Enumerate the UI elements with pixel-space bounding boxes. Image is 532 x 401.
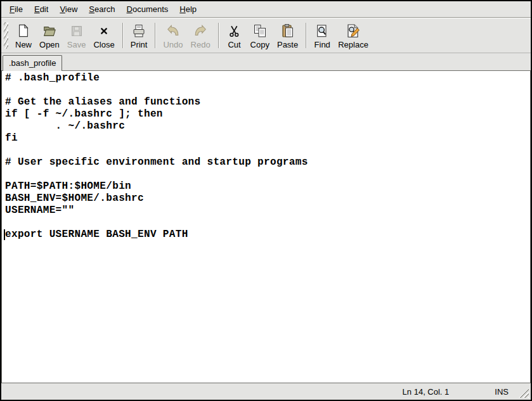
toolbar-drag-handle[interactable] [4,22,8,49]
toolbar-button-label: Copy [250,40,269,49]
insert-mode-indicator: INS [495,387,509,397]
toolbar-separator [306,23,306,48]
menu-item-documents[interactable]: Documents [121,2,174,16]
copy-pages-icon [252,22,268,39]
code-line: export USERNAME BASH_ENV PATH [5,229,530,241]
menu-item-file[interactable]: File [4,2,29,16]
code-line: PATH=$PATH:$HOME/bin [5,181,530,193]
editor-text-area[interactable]: # .bash_profile# Get the aliases and fun… [1,70,531,383]
text-caret [4,229,5,240]
code-line: BASH_ENV=$HOME/.bashrc [5,193,530,205]
find-magnifier-icon [314,22,330,39]
code-line: # User specific environment and startup … [5,156,530,169]
menu-item-view[interactable]: View [54,2,83,16]
toolbar: NewOpenSaveClosePrintUndoRedoCutCopyPast… [1,18,531,53]
code-line: if [ -f ~/.bashrc ]; then [5,108,530,120]
undo-button: Undo [159,20,186,51]
code-line: . ~/.bashrc [5,120,530,132]
new-button[interactable]: New [11,20,36,51]
toolbar-button-label: Save [67,40,86,49]
replace-button[interactable]: Replace [334,20,372,51]
code-line: fi [5,132,530,144]
toolbar-button-label: Open [39,40,60,49]
save-floppy-icon [68,22,85,39]
menu-item-help[interactable]: Help [174,2,202,16]
close-x-icon [96,22,112,39]
toolbar-button-label: Undo [163,40,183,49]
toolbar-button-label: Cut [228,40,240,49]
code-line [5,217,530,229]
menu-item-search[interactable]: Search [83,2,120,16]
tab-bar: .bash_profile [1,53,531,70]
undo-arrow-icon [165,22,181,39]
code-line [5,169,530,181]
toolbar-separator [218,23,219,48]
toolbar-button-label: Replace [338,40,368,49]
toolbar-button-label: Print [131,40,148,49]
toolbar-button-label: New [15,40,32,49]
close-button[interactable]: Close [89,20,118,51]
save-button: Save [63,20,90,51]
status-bar: Ln 14, Col. 1 INS [1,383,531,400]
find-button[interactable]: Find [310,20,334,51]
cut-button[interactable]: Cut [223,20,247,51]
open-folder-icon [41,22,58,39]
tab-bash-profile[interactable]: .bash_profile [3,55,62,71]
paste-clipboard-icon [280,22,296,39]
window-resize-grip[interactable] [519,388,529,398]
toolbar-separator [122,23,123,48]
toolbar-button-label: Close [93,40,114,49]
text-editor-window: FileEditViewSearchDocumentsHelp NewOpenS… [0,0,532,401]
code-line: # .bash_profile [5,72,530,84]
toolbar-button-label: Redo [191,40,211,49]
toolbar-separator [155,23,155,48]
code-line: # Get the aliases and functions [5,96,530,108]
print-button[interactable]: Print [127,20,152,51]
code-line: USERNAME="" [5,205,530,217]
copy-button[interactable]: Copy [247,20,273,51]
menu-item-edit[interactable]: Edit [29,2,54,16]
replace-magnifier-pencil-icon [345,22,361,39]
toolbar-button-label: Paste [277,40,298,49]
menu-bar: FileEditViewSearchDocumentsHelp [1,1,531,18]
redo-arrow-icon [192,22,209,39]
cursor-position-indicator: Ln 14, Col. 1 [403,387,450,397]
open-button[interactable]: Open [36,20,63,51]
tab-label: .bash_profile [9,58,56,68]
redo-button: Redo [187,20,214,51]
code-line [5,84,530,96]
toolbar-button-label: Find [315,40,330,49]
new-document-icon [15,22,32,39]
paste-button[interactable]: Paste [273,20,302,51]
printer-icon [131,22,147,39]
cut-scissors-icon [226,22,243,39]
code-line [5,144,530,156]
